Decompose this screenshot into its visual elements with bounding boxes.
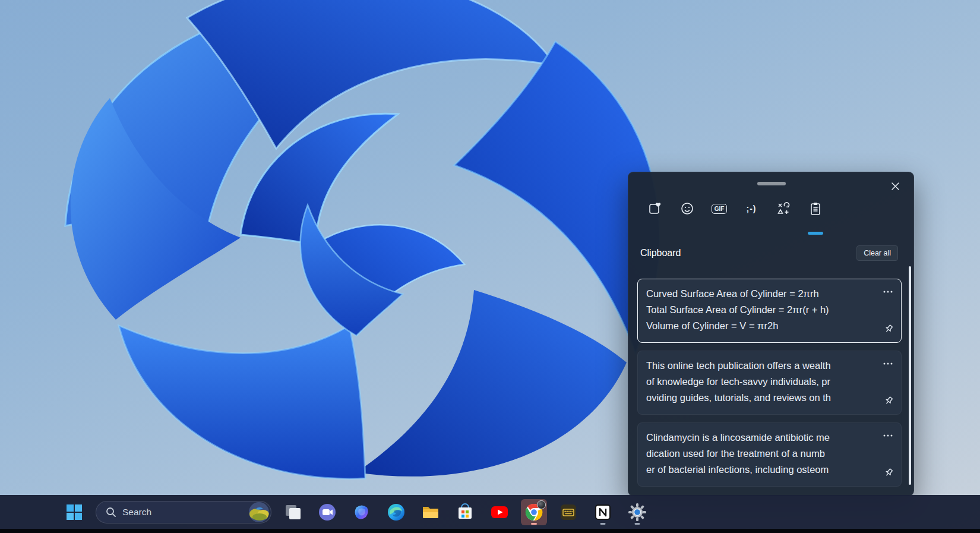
task-view-button[interactable]: [280, 499, 306, 525]
youtube-icon: [490, 503, 509, 522]
pin-icon[interactable]: [883, 395, 894, 407]
copilot-icon: [352, 503, 371, 522]
search-placeholder: Search: [122, 507, 243, 518]
tab-emoji[interactable]: [678, 198, 696, 219]
clipboard-history-list: Curved Surface Area of Cylinder = 2πrh T…: [637, 279, 902, 487]
emoji-smiley-icon: [680, 201, 694, 216]
more-options-icon[interactable]: [882, 359, 894, 368]
clipboard-item[interactable]: Clindamycin is a lincosamide antibiotic …: [637, 422, 902, 487]
chrome-profile-avatar: [537, 500, 546, 509]
clipboard-item-line: Volume of Cylinder = V = πr2h: [646, 318, 874, 334]
chrome-button[interactable]: [521, 499, 547, 525]
clipboard-flyout: GIF ;-): [628, 172, 914, 496]
clipboard-item-line: dication used for the treatment of a num…: [646, 446, 874, 462]
clipboard-item-line: of knowledge for tech-savvy individuals,…: [646, 374, 874, 390]
more-options-icon[interactable]: [882, 431, 894, 440]
search-box[interactable]: Search: [96, 501, 271, 523]
gif-icon: GIF: [712, 204, 728, 214]
copilot-button[interactable]: [349, 499, 375, 525]
drag-handle[interactable]: [757, 182, 786, 185]
clipboard-item-line: er of bacterial infections, including os…: [646, 462, 874, 478]
scrollbar[interactable]: [909, 266, 911, 485]
clipboard-item-line: Total Surface Area of Cylinder = 2πr(r +…: [646, 302, 874, 318]
microsoft-store-icon: [456, 503, 475, 522]
clipboard-item-line: Clindamycin is a lincosamide antibiotic …: [646, 430, 874, 446]
tab-kaomoji[interactable]: ;-): [742, 198, 760, 219]
search-icon: [106, 507, 116, 518]
clear-all-button[interactable]: Clear all: [856, 245, 898, 261]
running-indicator: [531, 523, 537, 525]
keyboard-app-icon: [559, 503, 577, 521]
clipboard-item[interactable]: Curved Surface Area of Cylinder = 2πrh T…: [637, 279, 902, 343]
kaomoji-icon: ;-): [747, 204, 757, 213]
clipboard-item-line: Curved Surface Area of Cylinder = 2πrh: [646, 286, 874, 302]
notion-icon: [594, 503, 612, 521]
start-icon: [66, 504, 83, 521]
screen-edge: [0, 529, 980, 533]
selected-tab-indicator: [808, 232, 823, 235]
start-button[interactable]: [61, 499, 87, 525]
symbols-icon: [776, 201, 791, 216]
bing-daily-image-thumbnail[interactable]: [249, 502, 269, 522]
file-explorer-button[interactable]: [418, 499, 444, 525]
chat-button[interactable]: [314, 499, 340, 525]
clipboard-icon: [808, 201, 823, 216]
clipboard-title: Clipboard: [640, 248, 681, 258]
settings-button[interactable]: [624, 499, 650, 525]
youtube-button[interactable]: [486, 499, 513, 525]
taskbar: Search: [0, 495, 980, 529]
chat-icon: [318, 503, 337, 522]
clipboard-header: Clipboard Clear all: [640, 244, 898, 263]
edge-button[interactable]: [383, 499, 409, 525]
microsoft-store-button[interactable]: [452, 499, 478, 525]
tab-clipboard[interactable]: [807, 198, 824, 219]
pin-icon[interactable]: [883, 467, 894, 479]
more-options-icon[interactable]: [882, 288, 894, 296]
desktop: GIF ;-): [0, 0, 980, 533]
notion-button[interactable]: [590, 499, 616, 525]
recent-heart-icon: [648, 201, 662, 216]
tab-symbols[interactable]: [774, 198, 792, 219]
clipboard-item-line: oviding guides, tutorials, and reviews o…: [646, 390, 874, 406]
keyboard-app-button[interactable]: [555, 499, 581, 525]
tab-recent[interactable]: [646, 198, 664, 219]
clipboard-item[interactable]: This online tech publication offers a we…: [637, 351, 902, 415]
edge-icon: [387, 503, 406, 522]
running-indicator: [600, 523, 606, 525]
input-picker-tabs: GIF ;-): [646, 198, 824, 219]
pin-icon[interactable]: [883, 323, 894, 335]
close-icon[interactable]: [887, 178, 903, 194]
task-view-icon: [284, 503, 302, 521]
clipboard-item-line: This online tech publication offers a we…: [646, 358, 874, 374]
tab-gif[interactable]: GIF: [710, 198, 728, 219]
settings-gear-icon: [628, 503, 647, 522]
running-indicator: [635, 523, 640, 525]
file-explorer-icon: [421, 503, 440, 522]
